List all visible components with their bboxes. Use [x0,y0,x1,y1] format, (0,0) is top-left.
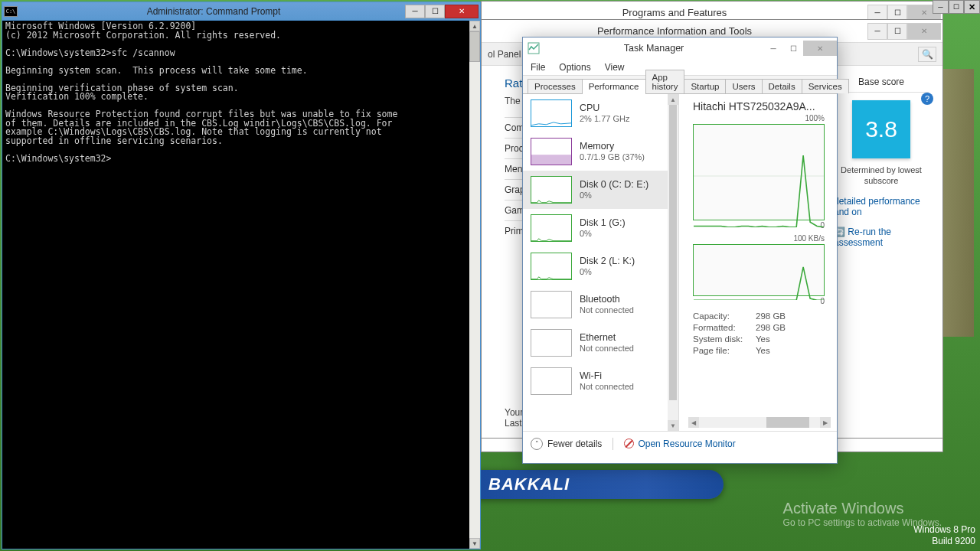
window-title: Task Manager [544,43,763,54]
perf-item-sub: Not connected [580,344,634,354]
scrollbar-horizontal[interactable]: ◀ ▶ [688,417,831,428]
resource-monitor-icon [624,439,634,448]
menu-file[interactable]: File [531,62,545,73]
tab-details[interactable]: Details [762,79,802,93]
help-icon[interactable]: ? [921,93,933,105]
scroll-right-button[interactable]: ▶ [820,417,831,428]
perf-sidebar: CPU2% 1.77 GHzMemory0.7/1.9 GB (37%)Disk… [523,94,679,431]
perf-item-name: Bluetooth [580,294,634,305]
disk-properties: Capacity:298 GBFormatted:298 GBSystem di… [693,310,832,356]
footer-text: Your Last [505,407,523,429]
perf-item-sub: Not connected [580,305,634,315]
perf-item-sub: 0% [580,267,635,277]
scrollbar-vertical[interactable]: ▲ ▼ [668,94,678,431]
maximize-button[interactable]: ☐ [887,23,907,40]
perf-item-mem[interactable]: Memory0.7/1.9 GB (37%) [523,132,668,171]
perf-item-disk[interactable]: Disk 1 (G:)0% [523,209,668,247]
window-title: Performance Information and Tools [482,25,867,37]
minimize-button[interactable]: ─ [867,23,887,40]
link-detailed-perf[interactable]: detailed performance and on [834,196,929,217]
perf-item-sub: Not connected [580,382,634,392]
sparkline-icon [531,329,572,357]
titlebar[interactable]: C:\ Administrator: Command Prompt ─ ☐ ✕ [2,2,480,21]
tab-users[interactable]: Users [725,79,762,93]
disk-activity-chart [693,124,825,220]
sparkline-icon [531,176,572,204]
chart-max-label: 100 KB/s [693,234,832,243]
prop-val: Yes [756,334,770,344]
close-button[interactable]: ✕ [964,0,980,14]
build-info: Windows 8 Pro Build 9200 [913,524,975,548]
perf-item-name: Disk 0 (C: D: E:) [580,179,648,191]
scroll-up-button[interactable]: ▲ [469,21,480,31]
base-score-sub: Determined by lowest subscore [834,165,929,187]
scroll-thumb[interactable] [669,105,677,400]
maximize-button[interactable]: ☐ [949,0,965,14]
perf-item-name: Disk 2 (L: K:) [580,256,635,267]
sparkline-icon [531,99,572,127]
menu-view[interactable]: View [605,62,625,73]
minimize-button[interactable]: ─ [405,5,425,18]
game-player-label: BAKKALI [467,470,724,499]
tab-performance[interactable]: Performance [582,79,646,94]
perf-item-disk[interactable]: Disk 0 (C: D: E:)0% [523,171,668,209]
sparkline-icon [531,253,572,280]
tab-app-history[interactable]: App history [645,70,685,93]
prop-val: 298 GB [756,323,786,332]
tab-services[interactable]: Services [802,79,849,93]
scrollbar-vertical[interactable]: ▲ ▼ [469,21,480,549]
prop-key: Page file: [693,346,750,355]
perf-item-net[interactable]: Wi-FiNot connected [523,362,668,400]
close-button[interactable]: ✕ [803,41,837,56]
task-manager-icon [528,42,540,54]
disk-transfer-chart [693,244,825,296]
terminal-output[interactable]: Microsoft Windows [Version 6.2.9200] (c)… [2,21,469,549]
prop-key: System disk: [693,334,750,344]
tab-startup[interactable]: Startup [684,79,726,93]
window-title: Administrator: Command Prompt [22,6,405,17]
perf-item-name: Memory [580,141,645,152]
minimize-button[interactable]: ─ [763,41,783,56]
search-icon[interactable]: 🔍 [918,47,936,62]
scroll-thumb[interactable] [469,31,480,62]
close-button[interactable]: ✕ [907,23,941,40]
scroll-up-button[interactable]: ▲ [668,94,678,105]
prop-val: 298 GB [756,311,786,321]
footer: ˄ Fewer details Open Resource Monitor [523,431,837,455]
fewer-details-button[interactable]: ˄ Fewer details [531,438,602,450]
perf-item-name: CPU [580,103,629,114]
perf-item-cpu[interactable]: CPU2% 1.77 GHz [523,94,668,132]
perf-item-net[interactable]: BluetoothNot connected [523,285,668,324]
perf-item-sub: 0% [580,229,626,239]
scroll-thumb[interactable] [766,417,809,428]
perf-item-name: Wi-Fi [580,370,634,382]
base-score-value: 3.8 [852,100,910,158]
titlebar[interactable]: Task Manager ─ ☐ ✕ [523,37,837,59]
disk-model-label: Hitachi HTS725032A9A... [693,100,832,112]
perf-main: Hitachi HTS725032A9A... 100% 0 100 KB/s … [679,94,837,431]
sparkline-icon [531,214,572,242]
sparkline-icon [531,291,572,318]
tab-bar: Processes Performance App history Startu… [523,76,837,94]
background-window-controls[interactable]: ─ ☐ ✕ [933,0,980,14]
scroll-down-button[interactable]: ▼ [469,538,480,549]
maximize-button[interactable]: ☐ [425,5,445,18]
perf-item-disk[interactable]: Disk 2 (L: K:)0% [523,247,668,285]
prop-key: Formatted: [693,323,750,332]
tab-processes[interactable]: Processes [528,79,583,93]
link-rerun-assessment[interactable]: 🔄 Re-run the assessment [834,227,929,248]
close-button[interactable]: ✕ [445,5,479,18]
menu-options[interactable]: Options [559,62,590,73]
minimize-button[interactable]: ─ [933,0,949,14]
prop-val: Yes [756,346,770,355]
perf-item-sub: 2% 1.77 GHz [580,114,629,124]
scroll-down-button[interactable]: ▼ [668,420,678,431]
maximize-button[interactable]: ☐ [783,41,803,56]
command-prompt-window[interactable]: C:\ Administrator: Command Prompt ─ ☐ ✕ … [2,2,481,549]
open-resource-monitor-link[interactable]: Open Resource Monitor [624,439,735,449]
perf-item-net[interactable]: EthernetNot connected [523,324,668,362]
scroll-left-button[interactable]: ◀ [688,417,699,428]
chevron-up-icon: ˄ [531,438,543,450]
task-manager-window[interactable]: Task Manager ─ ☐ ✕ File Options View Pro… [522,37,838,464]
perf-item-name: Ethernet [580,332,634,344]
